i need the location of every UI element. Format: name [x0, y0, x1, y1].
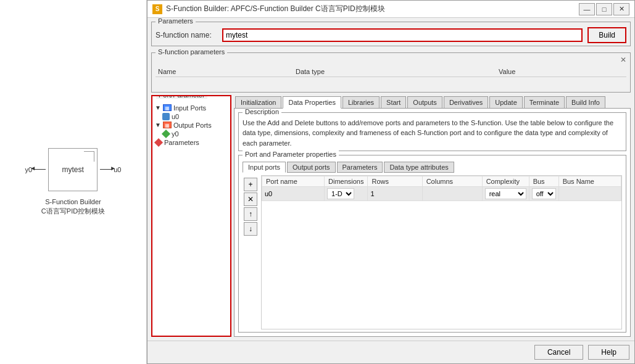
- dialog-app-icon: S: [152, 4, 162, 14]
- sfunc-params-table: Name Data type Value: [156, 67, 626, 89]
- inner-tab-parameters[interactable]: Parameters: [337, 162, 383, 173]
- side-buttons: + ✕ ↑ ↓: [243, 175, 259, 329]
- parameters-label: Parameters: [156, 18, 196, 25]
- th-dimensions: Dimensions: [325, 176, 368, 187]
- inner-tab-input-ports[interactable]: Input ports: [243, 162, 286, 173]
- tree-y0-label: y0: [172, 130, 179, 138]
- tree-node-u0[interactable]: u0: [162, 112, 228, 121]
- col-header-value: Value: [496, 67, 626, 77]
- description-label: Description: [243, 109, 281, 115]
- tab-content-data-properties: Description Use the Add and Delete butto…: [234, 109, 631, 337]
- title-left: S S-Function Builder: APFC/S-Function Bu…: [152, 4, 385, 14]
- minimize-button[interactable]: —: [579, 3, 595, 15]
- block-container: y0 mytest u0 S-Function Builder C语言写PID控…: [25, 148, 122, 217]
- build-button[interactable]: Build: [587, 27, 626, 43]
- th-bus-name: Bus Name: [558, 176, 621, 187]
- block-title-line2: C语言写PID控制模块: [41, 207, 105, 216]
- complexity-select[interactable]: real complex: [485, 188, 526, 199]
- props-table: Port name Dimensions Rows Columns Comple…: [262, 176, 621, 201]
- cancel-button[interactable]: Cancel: [534, 345, 583, 360]
- parameters-diamond-icon: [154, 138, 163, 146]
- tab-derivatives[interactable]: Derivatives: [444, 96, 488, 108]
- tab-bar: Initialization Data Properties Libraries…: [234, 95, 631, 109]
- col-header-name: Name: [156, 67, 293, 77]
- empty-params-row: [156, 77, 626, 89]
- output-port-icon: [162, 129, 170, 138]
- maximize-button[interactable]: □: [596, 3, 612, 15]
- block-title: S-Function Builder C语言写PID控制模块: [41, 197, 105, 217]
- dialog-title-text: S-Function Builder: APFC/S-Function Buil…: [166, 4, 385, 14]
- table-row: 1-D 2-D: [262, 187, 621, 201]
- arrow-left-icon: [33, 169, 46, 170]
- sfunc-params-label: S-function parameters: [156, 48, 227, 56]
- tab-libraries[interactable]: Libraries: [342, 96, 380, 108]
- parameters-group: Parameters S-function name: Build: [151, 22, 631, 46]
- tree-parameters-label: Parameters: [164, 139, 199, 146]
- cell-port-name: [262, 187, 325, 201]
- block-diagram-panel: y0 mytest u0 S-Function Builder C语言写PID控…: [0, 0, 147, 364]
- close-sfunc-params-button[interactable]: ✕: [620, 56, 626, 64]
- port-props-label: Port and Parameter properties: [243, 151, 339, 158]
- tree-node-input-ports[interactable]: ▼ ▦ Input Ports: [155, 104, 228, 112]
- tree-node-y0[interactable]: y0: [162, 130, 228, 138]
- help-button[interactable]: Help: [588, 345, 629, 360]
- port-name-input[interactable]: [265, 190, 322, 197]
- th-columns: Columns: [422, 176, 482, 187]
- props-table-container: Port name Dimensions Rows Columns Comple…: [261, 175, 622, 329]
- tree-panel: Port/Parameter ▼ ▦ Input Ports u0: [151, 95, 231, 337]
- main-dialog: S S-Function Builder: APFC/S-Function Bu…: [147, 0, 635, 364]
- sfunc-name-label: S-function name:: [156, 31, 217, 39]
- tree-input-ports-label: Input Ports: [173, 104, 206, 112]
- tab-start[interactable]: Start: [381, 96, 406, 108]
- output-ports-folder-icon: ▦: [163, 122, 172, 128]
- bus-select[interactable]: off on: [532, 188, 556, 199]
- close-button[interactable]: ✕: [613, 3, 629, 15]
- cell-rows: [368, 187, 422, 201]
- tree-node-output-ports[interactable]: ▼ ▦ Output Ports: [155, 121, 228, 130]
- cell-complexity: real complex: [482, 187, 529, 201]
- sfunc-name-input[interactable]: [222, 28, 583, 42]
- sfunc-name-row: S-function name: Build: [156, 27, 626, 43]
- bus-name-input[interactable]: [562, 190, 618, 197]
- columns-input[interactable]: [425, 190, 479, 197]
- tab-initialization[interactable]: Initialization: [235, 96, 281, 108]
- th-bus: Bus: [529, 176, 558, 187]
- col-header-datatype: Data type: [293, 67, 496, 77]
- rows-input[interactable]: [370, 190, 419, 197]
- input-port-icon: [162, 113, 170, 120]
- simulink-block: mytest: [48, 148, 98, 191]
- props-area: + ✕ ↑ ↓ Port name Di: [243, 175, 622, 329]
- cell-bus: off on: [529, 187, 558, 201]
- move-down-button[interactable]: ↓: [244, 222, 257, 236]
- cell-dimensions: 1-D 2-D: [325, 187, 368, 201]
- tree-output-ports-label: Output Ports: [173, 122, 212, 129]
- tab-update[interactable]: Update: [489, 96, 522, 108]
- output-port-u0: u0: [99, 166, 121, 173]
- window-controls[interactable]: — □ ✕: [579, 3, 629, 15]
- th-complexity: Complexity: [482, 176, 529, 187]
- inner-tab-data-type-attrs[interactable]: Data type attributes: [384, 162, 454, 173]
- cell-bus-name: [558, 187, 621, 201]
- tree-u0-label: u0: [172, 113, 179, 120]
- arrow-right-icon: [100, 169, 112, 170]
- tab-terminate[interactable]: Terminate: [524, 96, 565, 108]
- dialog-footer: Cancel Help: [147, 341, 634, 363]
- inner-tab-output-ports[interactable]: Output ports: [287, 162, 336, 173]
- tab-outputs[interactable]: Outputs: [407, 96, 442, 108]
- dialog-titlebar: S S-Function Builder: APFC/S-Function Bu…: [147, 1, 634, 18]
- tabs-panel: Initialization Data Properties Libraries…: [234, 95, 631, 337]
- delete-row-button[interactable]: ✕: [244, 192, 257, 206]
- description-section: Description Use the Add and Delete butto…: [238, 112, 626, 152]
- tab-build-info[interactable]: Build Info: [566, 96, 605, 108]
- move-up-button[interactable]: ↑: [244, 207, 257, 221]
- lower-area: Port/Parameter ▼ ▦ Input Ports u0: [151, 95, 631, 337]
- tab-data-properties[interactable]: Data Properties: [283, 96, 341, 109]
- left-ports: y0: [25, 166, 48, 173]
- dimensions-select[interactable]: 1-D 2-D: [327, 188, 354, 199]
- sfunc-params-group: S-function parameters ✕ Name Data type V…: [151, 52, 631, 93]
- description-text: Use the Add and Delete buttons to add/re…: [243, 118, 622, 149]
- dialog-body: Parameters S-function name: Build S-func…: [147, 18, 634, 341]
- add-row-button[interactable]: +: [244, 178, 257, 191]
- port-parameter-properties: Port and Parameter properties Input port…: [238, 155, 626, 333]
- tree-node-parameters[interactable]: Parameters: [155, 138, 228, 147]
